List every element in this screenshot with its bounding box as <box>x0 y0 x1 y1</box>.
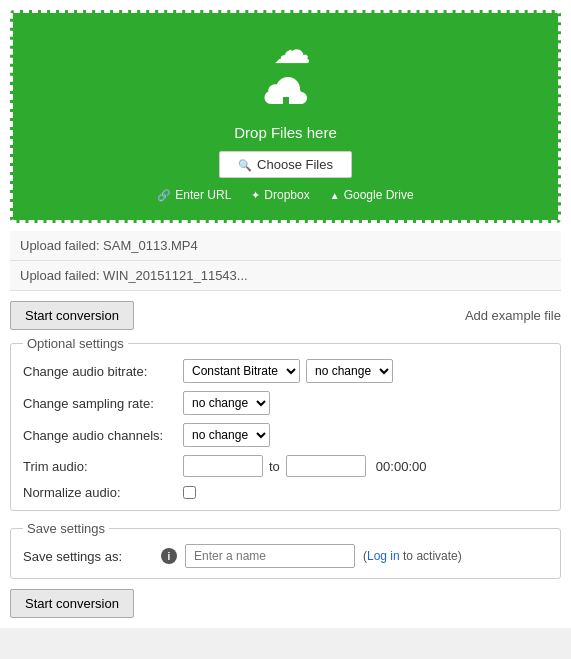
sampling-rate-label: Change sampling rate: <box>23 396 183 411</box>
dropbox-label: Dropbox <box>264 188 309 202</box>
save-as-label: Save settings as: <box>23 549 153 564</box>
save-settings-row: Save settings as: i (Log in to activate) <box>23 544 548 568</box>
search-icon <box>238 157 252 172</box>
choose-files-button[interactable]: Choose Files <box>219 151 352 178</box>
trim-end-input[interactable] <box>286 455 366 477</box>
choose-files-label: Choose Files <box>257 157 333 172</box>
upload-failed-2: Upload failed: WIN_20151121_11543... <box>10 261 561 291</box>
link-icon <box>157 188 171 202</box>
google-drive-label: Google Drive <box>344 188 414 202</box>
save-settings-fieldset: Save settings Save settings as: i (Log i… <box>10 521 561 579</box>
dropbox-icon <box>251 188 260 202</box>
add-example-file-link[interactable]: Add example file <box>465 308 561 323</box>
trim-audio-row: Trim audio: to 00:00:00 <box>23 455 548 477</box>
login-activate-text: (Log in to activate) <box>363 549 462 563</box>
sampling-rate-controls: no change 8000 Hz 11025 Hz 22050 Hz 4410… <box>183 391 270 415</box>
normalize-audio-controls <box>183 486 196 499</box>
google-drive-icon <box>330 188 340 202</box>
drop-zone[interactable]: ☁⬆ Drop Files here Choose Files Enter UR… <box>10 10 561 223</box>
trim-audio-label: Trim audio: <box>23 459 183 474</box>
enter-url-link[interactable]: Enter URL <box>157 188 231 202</box>
audio-channels-select[interactable]: no change mono stereo <box>183 423 270 447</box>
trim-time-display: 00:00:00 <box>376 459 427 474</box>
page-wrapper: ☁⬆ Drop Files here Choose Files Enter UR… <box>0 0 571 628</box>
info-icon[interactable]: i <box>161 548 177 564</box>
audio-channels-label: Change audio channels: <box>23 428 183 443</box>
audio-bitrate-controls: Constant Bitrate Variable Bitrate no cha… <box>183 359 393 383</box>
audio-bitrate-value-select[interactable]: no change 32k 64k 128k 192k 256k 320k <box>306 359 393 383</box>
sampling-rate-select[interactable]: no change 8000 Hz 11025 Hz 22050 Hz 4410… <box>183 391 270 415</box>
normalize-audio-checkbox[interactable] <box>183 486 196 499</box>
trim-to-text: to <box>269 459 280 474</box>
google-drive-link[interactable]: Google Drive <box>330 188 414 202</box>
save-settings-legend: Save settings <box>23 521 109 536</box>
audio-channels-row: Change audio channels: no change mono st… <box>23 423 548 447</box>
drop-zone-links: Enter URL Dropbox Google Drive <box>23 188 548 202</box>
cloud-upload-icon: ☁⬆ <box>23 31 548 69</box>
action-row: Start conversion Add example file <box>10 301 561 330</box>
optional-settings-legend: Optional settings <box>23 336 128 351</box>
audio-bitrate-label: Change audio bitrate: <box>23 364 183 379</box>
trim-start-input[interactable] <box>183 455 263 477</box>
audio-bitrate-type-select[interactable]: Constant Bitrate Variable Bitrate <box>183 359 300 383</box>
enter-url-label: Enter URL <box>175 188 231 202</box>
sampling-rate-row: Change sampling rate: no change 8000 Hz … <box>23 391 548 415</box>
normalize-audio-row: Normalize audio: <box>23 485 548 500</box>
dropbox-link[interactable]: Dropbox <box>251 188 309 202</box>
drop-files-text: Drop Files here <box>23 124 548 141</box>
trim-audio-controls: to 00:00:00 <box>183 455 426 477</box>
optional-settings-fieldset: Optional settings Change audio bitrate: … <box>10 336 561 511</box>
cloud-icon-svg <box>23 75 548 120</box>
upload-failed-1: Upload failed: SAM_0113.MP4 <box>10 231 561 261</box>
normalize-audio-label: Normalize audio: <box>23 485 183 500</box>
audio-channels-controls: no change mono stereo <box>183 423 270 447</box>
start-conversion-button-bottom[interactable]: Start conversion <box>10 589 134 618</box>
save-name-input[interactable] <box>185 544 355 568</box>
audio-bitrate-row: Change audio bitrate: Constant Bitrate V… <box>23 359 548 383</box>
login-link[interactable]: Log in <box>367 549 400 563</box>
start-conversion-button-top[interactable]: Start conversion <box>10 301 134 330</box>
